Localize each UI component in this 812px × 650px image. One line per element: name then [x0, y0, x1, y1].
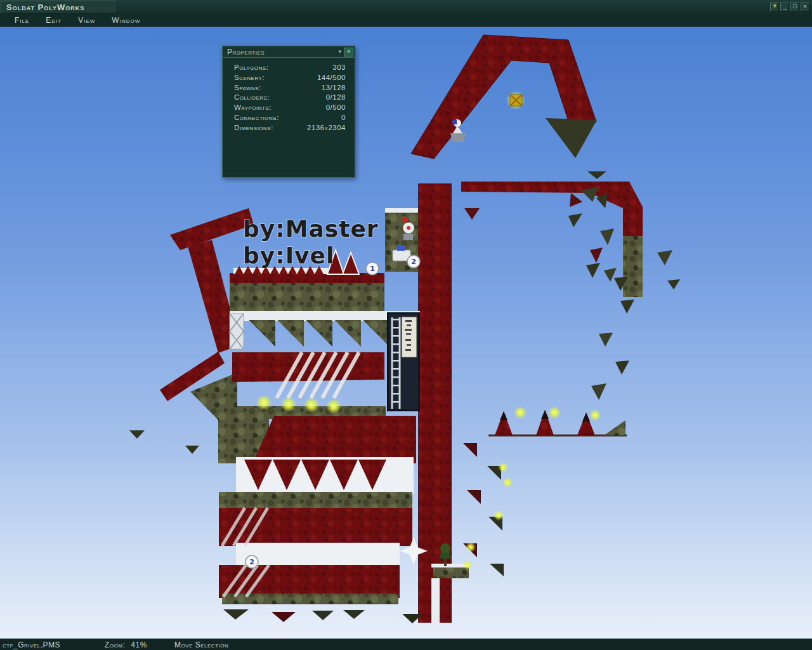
- svg-text:2: 2: [249, 558, 254, 566]
- author-label-master: by:Master: [243, 216, 379, 242]
- title-bar: Soldat PolyWorks ? _ □ ×: [0, 0, 812, 14]
- restore-button[interactable]: □: [790, 3, 799, 11]
- properties-panel-title: Properties: [227, 48, 336, 56]
- svg-text:2: 2: [411, 258, 416, 266]
- zoom-value: 41%: [131, 640, 147, 649]
- stat-label: Dimensions:: [234, 124, 273, 134]
- menu-file[interactable]: File: [6, 14, 37, 27]
- properties-panel-body: Polygons: 303 Scenery: 144/500 Spawns: 1…: [223, 58, 355, 134]
- stat-label: Connections:: [234, 114, 279, 124]
- menu-edit[interactable]: Edit: [37, 14, 70, 27]
- stat-row-dimensions: Dimensions: 2136x2304: [234, 124, 346, 134]
- stat-label: Spawns:: [234, 84, 261, 94]
- bonus-crate: [506, 91, 525, 110]
- stat-value: 144/500: [317, 74, 346, 84]
- stat-value: 0/500: [326, 103, 346, 114]
- stat-label: Colliders:: [234, 93, 270, 103]
- polyworks-window: Soldat PolyWorks ? _ □ × File Edit View …: [0, 0, 812, 650]
- collapse-icon[interactable]: ▼: [336, 49, 344, 55]
- menu-view[interactable]: View: [70, 14, 103, 27]
- stat-row-connections: Connections: 0: [234, 114, 346, 124]
- status-active-tool: Move Selection: [174, 640, 228, 649]
- app-title: Soldat PolyWorks: [1, 1, 117, 13]
- author-label-ivel: by:Ivel: [243, 242, 334, 269]
- status-filename: ctf_Grivel.PMS: [3, 640, 105, 649]
- status-zoom: Zoom: 41%: [105, 640, 174, 649]
- svg-text:1: 1: [370, 265, 375, 273]
- status-bar: ctf_Grivel.PMS Zoom: 41% Move Selection: [0, 639, 812, 650]
- stat-row-polygons: Polygons: 303: [234, 63, 346, 74]
- stat-value: 2136x2304: [307, 124, 346, 134]
- zoom-label: Zoom:: [105, 640, 125, 649]
- stat-row-colliders: Colliders: 0/128: [234, 93, 346, 103]
- window-controls: ? _ □ ×: [770, 3, 812, 11]
- lattice-tower: [230, 314, 244, 349]
- stat-value: 0: [341, 114, 346, 124]
- panel-close-button[interactable]: ×: [344, 48, 353, 56]
- spawn-marker-2[interactable]: 2: [407, 255, 420, 268]
- stat-label: Waypoints:: [234, 103, 272, 114]
- close-button[interactable]: ×: [801, 3, 809, 11]
- properties-panel: Properties ▼ × Polygons: 303 Scenery: 14…: [222, 46, 355, 178]
- map-canvas[interactable]: by:Master by:Ivel: [0, 27, 812, 639]
- minimize-button[interactable]: _: [780, 3, 789, 11]
- spawn-marker-1[interactable]: 1: [366, 262, 379, 275]
- stat-value: 13/128: [322, 84, 346, 94]
- menu-bar: File Edit View Window: [0, 14, 812, 27]
- properties-panel-header[interactable]: Properties ▼ ×: [223, 46, 355, 58]
- stat-value: 303: [332, 63, 346, 74]
- help-button[interactable]: ?: [770, 3, 779, 11]
- stat-row-scenery: Scenery: 144/500: [234, 74, 346, 84]
- spawn-marker-3[interactable]: 2: [246, 555, 258, 568]
- map-view[interactable]: by:Master by:Ivel: [0, 27, 812, 639]
- banner-and-ladder: [387, 312, 420, 411]
- stat-label: Polygons:: [234, 63, 268, 74]
- stat-label: Scenery:: [234, 74, 265, 84]
- stat-row-waypoints: Waypoints: 0/500: [234, 103, 346, 114]
- stat-row-spawns: Spawns: 13/128: [234, 84, 346, 94]
- menu-window[interactable]: Window: [103, 14, 148, 27]
- stat-value: 0/128: [326, 93, 346, 103]
